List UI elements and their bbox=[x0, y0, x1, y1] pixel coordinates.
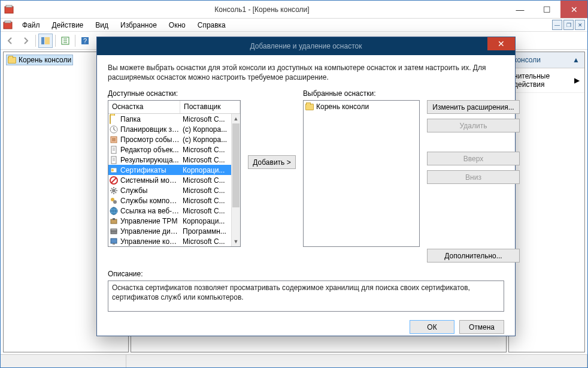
app-icon bbox=[4, 5, 14, 14]
snapin-row[interactable]: Просмотр событий(с) Корпора... bbox=[108, 134, 231, 144]
snapin-row[interactable]: Управление диск...Программн... bbox=[108, 226, 231, 236]
description-text: Оснастка сертификатов позволяет просматр… bbox=[108, 280, 504, 312]
expand-icon: ▶ bbox=[574, 76, 580, 85]
collapse-icon[interactable]: ▲ bbox=[572, 56, 580, 64]
actions-header-label: консоли bbox=[514, 56, 541, 64]
available-label: Доступные оснастки: bbox=[108, 89, 241, 98]
selected-label: Выбранные оснастки: bbox=[303, 89, 420, 98]
actions-extra-row[interactable]: нительные действия ▶ bbox=[509, 68, 584, 93]
snapin-row[interactable]: Управление комп...Microsoft C... bbox=[108, 236, 231, 246]
snapin-dialog: Добавление и удаление оснасток ✕ Вы може… bbox=[96, 37, 516, 336]
selected-snapins-list[interactable]: Корень консоли bbox=[303, 100, 420, 247]
snapin-row[interactable]: Результирующа...Microsoft C... bbox=[108, 155, 231, 165]
svg-rect-14 bbox=[111, 146, 116, 153]
show-tree-button[interactable] bbox=[38, 34, 53, 48]
up-button[interactable]: Вверх bbox=[427, 152, 520, 165]
snapin-row[interactable]: Управление TPMКорпораци... bbox=[108, 216, 231, 226]
snapin-row[interactable]: СертификатыКорпораци... bbox=[108, 165, 231, 175]
dialog-footer: ОК Отмена bbox=[108, 320, 504, 334]
menu-file[interactable]: Файл bbox=[17, 20, 45, 31]
pc-icon bbox=[110, 237, 119, 246]
svg-rect-28 bbox=[111, 239, 117, 243]
snapin-vendor: Microsoft C... bbox=[180, 176, 231, 185]
mdi-close[interactable]: ✕ bbox=[575, 20, 585, 30]
selected-root-label: Корень консоли bbox=[316, 102, 369, 111]
down-button[interactable]: Вниз bbox=[427, 170, 520, 184]
snapin-vendor: (с) Корпора... bbox=[180, 135, 231, 144]
snapin-name: Просмотр событий bbox=[120, 135, 180, 144]
main-window: Консоль1 - [Корень консоли] — ☐ ✕ Файл Д… bbox=[0, 0, 588, 368]
stop-icon bbox=[110, 176, 119, 185]
scroll-thumb[interactable] bbox=[232, 123, 240, 207]
snapin-vendor: Microsoft C... bbox=[180, 186, 231, 195]
mdi-restore[interactable]: ❐ bbox=[563, 20, 574, 30]
scroll-up-icon[interactable]: ▲ bbox=[232, 114, 240, 123]
snapin-row[interactable]: Службы компоне...Microsoft C... bbox=[108, 195, 231, 206]
menu-window[interactable]: Окно bbox=[164, 20, 190, 31]
properties-button[interactable] bbox=[58, 34, 72, 48]
dialog-close-button[interactable]: ✕ bbox=[487, 37, 515, 50]
mdi-minimize[interactable]: — bbox=[552, 20, 562, 30]
snapin-row[interactable]: ПапкаMicrosoft C... bbox=[108, 114, 231, 124]
selected-root-item[interactable]: Корень консоли bbox=[305, 102, 418, 111]
svg-point-21 bbox=[113, 200, 117, 204]
doc-icon bbox=[110, 156, 119, 164]
snapin-row[interactable]: Редактор объек...Microsoft C... bbox=[108, 144, 231, 155]
col-vendor[interactable]: Поставщик bbox=[180, 101, 240, 113]
change-extensions-button[interactable]: Изменить расширения... bbox=[427, 100, 520, 114]
back-button[interactable] bbox=[3, 34, 17, 48]
menu-action[interactable]: Действие bbox=[47, 20, 89, 31]
snapin-name: Результирующа... bbox=[120, 156, 180, 164]
svg-rect-29 bbox=[113, 243, 115, 245]
menu-help[interactable]: Справка bbox=[193, 20, 231, 31]
folder-icon bbox=[305, 104, 314, 110]
ok-button[interactable]: ОК bbox=[410, 320, 454, 334]
minimize-button[interactable]: — bbox=[507, 1, 534, 18]
cancel-button[interactable]: Отмена bbox=[459, 320, 504, 334]
available-snapins-list[interactable]: Оснастка Поставщик ПапкаMicrosoft C...Пл… bbox=[108, 100, 241, 247]
description-section: Описание: Оснастка сертификатов позволяе… bbox=[108, 270, 504, 312]
col-name[interactable]: Оснастка bbox=[108, 101, 180, 113]
disk-icon bbox=[110, 227, 119, 236]
dialog-intro: Вы можете выбрать оснастки для этой конс… bbox=[108, 64, 504, 82]
snapin-name: Службы компоне... bbox=[120, 197, 180, 205]
snapin-name: Системный мони... bbox=[120, 176, 180, 185]
snapin-row[interactable]: Системный мони...Microsoft C... bbox=[108, 175, 231, 185]
gear2-icon bbox=[110, 197, 119, 205]
close-button[interactable]: ✕ bbox=[560, 1, 587, 18]
snapin-row[interactable]: СлужбыMicrosoft C... bbox=[108, 185, 231, 195]
snapin-name: Планировщик за... bbox=[120, 125, 180, 134]
advanced-button[interactable]: Дополнительно... bbox=[427, 249, 520, 263]
list-header: Оснастка Поставщик bbox=[108, 101, 240, 114]
window-controls: — ☐ ✕ bbox=[507, 1, 587, 18]
menu-favorites[interactable]: Избранное bbox=[116, 20, 162, 31]
snapin-name: Службы bbox=[120, 186, 180, 195]
snapin-row[interactable]: Ссылка на веб-р...Microsoft C... bbox=[108, 206, 231, 216]
snapin-row[interactable]: Планировщик за...(с) Корпора... bbox=[108, 124, 231, 134]
snapin-vendor: Корпораци... bbox=[180, 166, 231, 174]
snapin-vendor: Microsoft C... bbox=[180, 207, 231, 215]
snapin-vendor: Microsoft C... bbox=[180, 146, 231, 154]
snapin-vendor: Корпораци... bbox=[180, 217, 231, 225]
dialog-body: Вы можете выбрать оснастки для этой конс… bbox=[97, 55, 515, 341]
snapin-name: Управление TPM bbox=[120, 217, 180, 225]
svg-point-19 bbox=[112, 189, 116, 192]
forward-button[interactable] bbox=[19, 34, 33, 48]
snapin-name: Ссылка на веб-р... bbox=[120, 207, 180, 215]
folder-icon bbox=[8, 57, 16, 64]
add-button[interactable]: Добавить > bbox=[248, 155, 296, 169]
menu-view[interactable]: Вид bbox=[90, 20, 113, 31]
tree-root-item[interactable]: Корень консоли bbox=[6, 55, 73, 65]
scroll-down-icon[interactable]: ▼ bbox=[232, 237, 240, 246]
statusbar bbox=[1, 354, 587, 367]
event-icon bbox=[110, 135, 119, 144]
snapin-name: Управление диск... bbox=[120, 227, 180, 236]
scrollbar[interactable]: ▲ ▼ bbox=[231, 114, 240, 246]
svg-rect-26 bbox=[111, 231, 117, 234]
delete-button[interactable]: Удалить bbox=[427, 119, 520, 132]
svg-point-17 bbox=[111, 169, 114, 171]
dialog-titlebar: Добавление и удаление оснасток ✕ bbox=[97, 37, 515, 55]
gear-icon bbox=[110, 186, 119, 195]
maximize-button[interactable]: ☐ bbox=[534, 1, 560, 18]
help-button[interactable]: ? bbox=[78, 34, 92, 48]
